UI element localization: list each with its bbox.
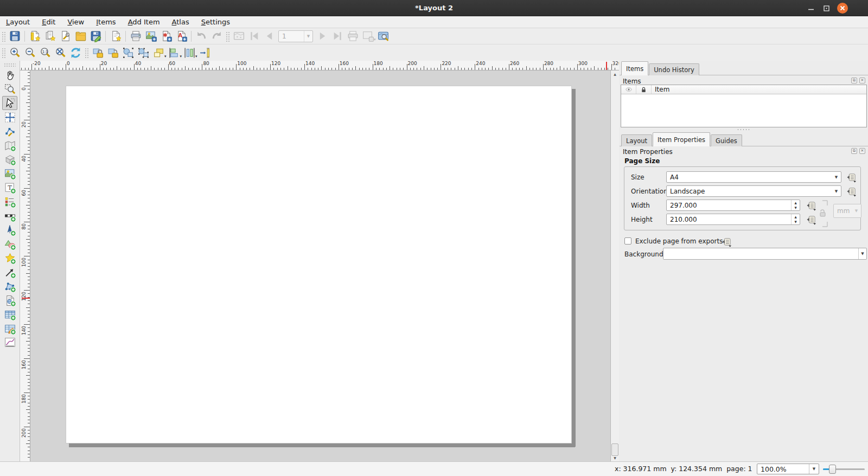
tool-add-north-arrow[interactable] bbox=[2, 223, 17, 237]
orientation-combobox[interactable]: Landscape▼ bbox=[666, 185, 841, 197]
tool-add-legend[interactable] bbox=[2, 195, 17, 209]
toolbox-handle[interactable] bbox=[4, 63, 16, 67]
menu-items[interactable]: Items bbox=[90, 16, 122, 28]
tool-add-elevation-profile[interactable] bbox=[2, 336, 17, 350]
group-items-button[interactable] bbox=[120, 46, 136, 60]
tab-items[interactable]: Items bbox=[621, 61, 648, 75]
print-layout-button[interactable] bbox=[128, 29, 143, 43]
tab-layout[interactable]: Layout bbox=[621, 134, 652, 146]
tool-zoom-tool[interactable] bbox=[2, 82, 17, 96]
units-combobox[interactable]: mm▼ bbox=[833, 204, 861, 218]
properties-panel-close-button[interactable]: ✕ bbox=[859, 148, 865, 154]
undo-button[interactable] bbox=[194, 29, 209, 43]
width-spinbox[interactable]: 297.000▲▼ bbox=[666, 200, 800, 211]
toolbar-handle[interactable] bbox=[84, 47, 89, 58]
height-override-button[interactable] bbox=[805, 214, 818, 225]
raise-selected-items-button[interactable] bbox=[151, 46, 166, 60]
tab-undo-history[interactable]: Undo History bbox=[649, 63, 699, 75]
width-override-button[interactable] bbox=[805, 200, 818, 211]
toolbar-handle[interactable] bbox=[1, 47, 6, 58]
atlas-page-combobox[interactable]: 1▼ bbox=[278, 30, 313, 42]
exclude-override-button[interactable] bbox=[720, 236, 733, 247]
preview-atlas-button[interactable] bbox=[231, 29, 246, 43]
print-atlas-button[interactable] bbox=[345, 29, 360, 43]
toolbar-handle[interactable] bbox=[225, 31, 230, 42]
vertical-scrollbar[interactable]: ▲ ▼ bbox=[610, 70, 619, 461]
orientation-override-button[interactable] bbox=[845, 186, 858, 197]
export-atlas-button[interactable] bbox=[360, 29, 375, 43]
menu-edit[interactable]: Edit bbox=[36, 16, 61, 28]
atlas-settings-button[interactable] bbox=[376, 29, 391, 43]
zoom-level-combobox[interactable]: 100.0%▼ bbox=[757, 464, 819, 474]
align-selected-items-button[interactable] bbox=[167, 46, 182, 60]
minimize-button[interactable] bbox=[803, 0, 819, 16]
resize-items-button[interactable] bbox=[197, 46, 213, 60]
toolbar-handle[interactable] bbox=[1, 31, 6, 42]
menu-layout[interactable]: Layout bbox=[0, 16, 36, 28]
duplicate-layout-button[interactable] bbox=[42, 29, 58, 43]
load-from-template-button[interactable] bbox=[73, 29, 88, 43]
height-spinbox[interactable]: 210.000▲▼ bbox=[666, 214, 800, 225]
first-feature-button[interactable] bbox=[246, 29, 261, 43]
zoom-full-button[interactable] bbox=[53, 46, 68, 60]
tool-add-3d-map[interactable] bbox=[2, 152, 17, 166]
lock-column-header[interactable] bbox=[636, 85, 652, 94]
tool-add-html[interactable] bbox=[2, 293, 17, 307]
export-as-svg-button[interactable] bbox=[158, 29, 174, 43]
previous-feature-button[interactable] bbox=[261, 29, 277, 43]
menu-view[interactable]: View bbox=[61, 16, 90, 28]
tool-add-marker[interactable] bbox=[2, 251, 17, 265]
tool-select-move-item[interactable] bbox=[2, 96, 17, 110]
menu-atlas[interactable]: Atlas bbox=[166, 16, 195, 28]
zoom-out-button[interactable] bbox=[22, 46, 37, 60]
background-color-button[interactable]: ▼ bbox=[663, 248, 867, 260]
lock-ratio-icon[interactable] bbox=[819, 208, 827, 217]
size-combobox[interactable]: A4▼ bbox=[666, 171, 841, 183]
export-as-image-button[interactable] bbox=[143, 29, 158, 43]
refresh-view-button[interactable] bbox=[68, 46, 83, 60]
redo-button[interactable] bbox=[209, 29, 224, 43]
exclude-page-checkbox[interactable] bbox=[624, 237, 631, 245]
distribute-items-button[interactable] bbox=[182, 46, 197, 60]
tool-move-item-content[interactable] bbox=[2, 110, 17, 124]
scroll-down-button[interactable]: ▼ bbox=[611, 454, 619, 461]
size-override-button[interactable] bbox=[845, 172, 858, 183]
unlock-all-items-button[interactable] bbox=[105, 46, 120, 60]
item-column-header[interactable]: Item bbox=[652, 85, 866, 94]
last-feature-button[interactable] bbox=[330, 29, 345, 43]
tool-add-label[interactable]: T bbox=[2, 181, 17, 195]
menu-settings[interactable]: Settings bbox=[195, 16, 236, 28]
visibility-column-header[interactable] bbox=[621, 85, 636, 94]
tool-add-scalebar[interactable] bbox=[2, 209, 17, 223]
tool-add-map[interactable] bbox=[2, 138, 17, 152]
next-feature-button[interactable] bbox=[315, 29, 330, 43]
tool-edit-nodes-item[interactable] bbox=[2, 124, 17, 138]
zoom-in-button[interactable] bbox=[7, 46, 22, 60]
tab-item-properties[interactable]: Item Properties bbox=[653, 132, 710, 146]
new-layout-button[interactable] bbox=[27, 29, 42, 43]
save-as-template-button[interactable] bbox=[88, 29, 103, 43]
tab-guides[interactable]: Guides bbox=[711, 134, 742, 146]
tool-add-attribute-table[interactable] bbox=[2, 307, 17, 321]
layout-page[interactable] bbox=[66, 86, 572, 443]
add-pages-button[interactable] bbox=[108, 29, 123, 43]
tool-add-fixed-table[interactable] bbox=[2, 321, 17, 336]
menu-add-item[interactable]: Add Item bbox=[122, 16, 166, 28]
tool-add-picture[interactable] bbox=[2, 166, 17, 181]
scroll-up-button[interactable]: ▲ bbox=[611, 70, 619, 78]
items-panel-close-button[interactable]: ✕ bbox=[859, 78, 865, 83]
panel-splitter[interactable] bbox=[620, 128, 868, 131]
items-tree[interactable]: Item bbox=[621, 85, 867, 127]
layout-manager-button[interactable] bbox=[58, 29, 73, 43]
close-button[interactable] bbox=[835, 0, 850, 16]
save-project-button[interactable] bbox=[7, 29, 22, 43]
tool-add-shape[interactable] bbox=[2, 237, 17, 251]
maximize-button[interactable] bbox=[819, 0, 834, 16]
tool-pan[interactable] bbox=[2, 68, 17, 82]
tool-add-node-item[interactable] bbox=[2, 279, 17, 293]
zoom-slider-handle[interactable] bbox=[829, 465, 836, 474]
layout-canvas[interactable] bbox=[30, 70, 610, 461]
items-panel-float-button[interactable]: ⧉ bbox=[851, 78, 857, 83]
export-as-pdf-button[interactable]: A bbox=[174, 29, 189, 43]
tool-add-arrow[interactable] bbox=[2, 265, 17, 279]
